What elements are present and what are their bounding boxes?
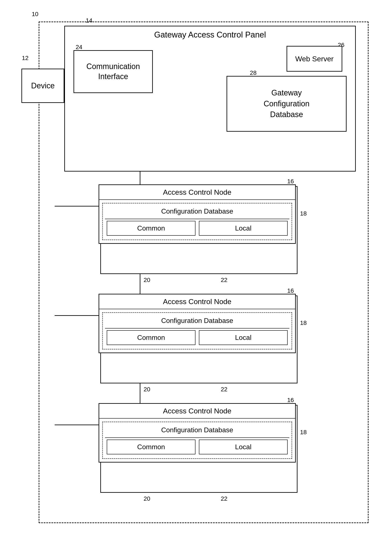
gateway-config-label: GatewayConfigurationDatabase xyxy=(264,87,309,120)
ref-22-1-label: 22 xyxy=(221,277,227,283)
ref-20-1-label: 20 xyxy=(144,277,150,283)
sub-boxes-2: Common Local xyxy=(105,328,289,347)
comm-interface-label: CommunicationInterface xyxy=(86,61,140,82)
ref-24-label: 24 xyxy=(76,44,82,51)
device-box: Device xyxy=(21,69,64,103)
acn-outer-2: Access Control Node Configuration Databa… xyxy=(98,294,296,353)
gateway-panel-title: Gateway Access Control Panel xyxy=(65,26,355,42)
ref-20-3-label: 20 xyxy=(144,495,150,502)
acn-section-1: 16 18 Access Control Node Configuration … xyxy=(98,184,334,244)
acn-title-3: Access Control Node xyxy=(99,404,295,419)
acn-outer-3: Access Control Node Configuration Databa… xyxy=(98,403,296,462)
config-db-title-3: Configuration Database xyxy=(105,424,289,436)
acn-title-2: Access Control Node xyxy=(99,294,295,309)
h-connector-3 xyxy=(55,425,98,425)
config-db-title-2: Configuration Database xyxy=(105,315,289,326)
config-db-title-1: Configuration Database xyxy=(105,206,289,217)
acn-section-2: 16 18 Access Control Node Configuration … xyxy=(98,294,334,353)
ref-12-label: 12 xyxy=(22,55,28,61)
local-box-1: Local xyxy=(199,221,288,236)
ref-18-3-label: 18 xyxy=(300,429,307,436)
ref-10: 10 xyxy=(32,11,38,18)
h-connector-1 xyxy=(55,206,98,207)
gateway-panel: Gateway Access Control Panel 24 Communic… xyxy=(64,26,356,172)
sub-boxes-3: Common Local xyxy=(105,437,289,456)
acn-title-1: Access Control Node xyxy=(99,185,295,200)
acn-outer-1: Access Control Node Configuration Databa… xyxy=(98,184,296,244)
common-box-3: Common xyxy=(107,439,196,454)
common-box-2: Common xyxy=(107,330,196,345)
sub-boxes-1: Common Local xyxy=(105,219,289,237)
web-server-label: Web Server xyxy=(295,55,334,63)
ref-22-2-label: 22 xyxy=(221,386,227,393)
ref-22-3-label: 22 xyxy=(221,495,227,502)
ref-14-label: 14 xyxy=(86,17,92,24)
h-connector-2 xyxy=(55,315,98,316)
local-box-2: Local xyxy=(199,330,288,345)
acn-section-3: 16 18 Access Control Node Configuration … xyxy=(98,403,334,462)
gateway-panel-inner: 24 CommunicationInterface 26 Web Server … xyxy=(65,42,355,171)
ref-28-label: 28 xyxy=(250,70,257,76)
ref-16-3-label: 16 xyxy=(287,397,294,404)
config-db-dashed-1: Configuration Database Common Local xyxy=(102,203,292,240)
config-db-dashed-3: Configuration Database Common Local xyxy=(102,422,292,459)
local-box-3: Local xyxy=(199,439,288,454)
gateway-config-box: GatewayConfigurationDatabase xyxy=(227,76,347,132)
web-server-box: Web Server xyxy=(287,46,342,72)
ref-16-1-label: 16 xyxy=(287,178,294,185)
ref-20-2-label: 20 xyxy=(144,386,150,393)
ref-18-2-label: 18 xyxy=(300,320,307,326)
ref-16-2-label: 16 xyxy=(287,287,294,294)
common-box-1: Common xyxy=(107,221,196,236)
ref-18-1-label: 18 xyxy=(300,210,307,217)
device-label: Device xyxy=(31,81,55,90)
config-db-dashed-2: Configuration Database Common Local xyxy=(102,312,292,349)
diagram-container: 10 12 Device 14 Gateway Access Control P… xyxy=(17,9,377,528)
comm-interface-box: CommunicationInterface xyxy=(74,50,153,93)
